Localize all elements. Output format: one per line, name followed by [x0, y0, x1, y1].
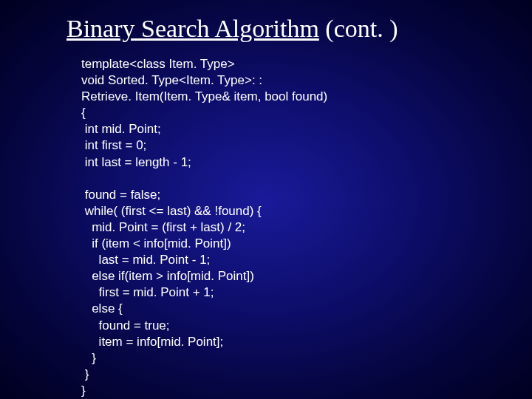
code-line: while( (first <= last) && !found) {: [81, 204, 262, 218]
code-line: int first = 0;: [81, 138, 146, 152]
code-line: }: [81, 383, 86, 398]
code-line: mid. Point = (first + last) / 2;: [81, 220, 245, 234]
code-line: found = false;: [81, 188, 160, 202]
code-line: item = info[mid. Point];: [81, 335, 223, 349]
code-line: int last = length - 1;: [81, 155, 191, 169]
code-line: found = true;: [81, 318, 170, 332]
slide: Binary Search Algorithm (cont. ) templat…: [0, 0, 532, 399]
slide-title: Binary Search Algorithm (cont. ): [66, 15, 502, 43]
code-line: template<class Item. Type>: [81, 57, 235, 71]
code-line: else if(item > info[mid. Point]): [81, 269, 254, 283]
code-line: Retrieve. Item(Item. Type& item, bool fo…: [81, 89, 327, 103]
code-line: first = mid. Point + 1;: [81, 285, 214, 299]
code-block: template<class Item. Type> void Sorted. …: [81, 56, 502, 399]
code-line: if (item < info[mid. Point]): [81, 236, 231, 250]
code-line: else {: [81, 301, 123, 316]
code-line: void Sorted. Type<Item. Type>: :: [81, 73, 262, 87]
code-line: {: [81, 106, 86, 120]
code-line: int mid. Point;: [81, 122, 161, 136]
title-underlined: Binary Search Algorithm: [66, 15, 319, 42]
code-line: }: [81, 367, 89, 381]
title-rest: (cont. ): [319, 15, 398, 42]
code-line: last = mid. Point - 1;: [81, 253, 210, 267]
code-line: }: [81, 351, 96, 365]
